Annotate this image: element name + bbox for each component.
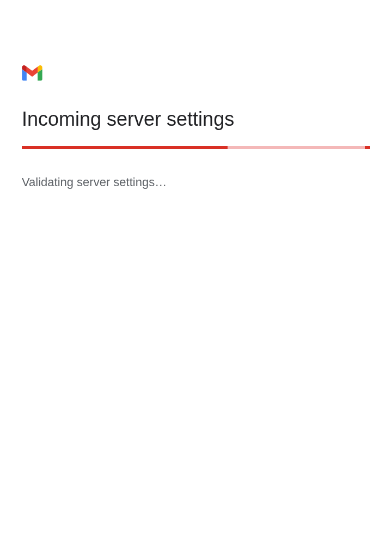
progress-bar-fill — [22, 146, 228, 149]
gmail-logo-container — [22, 65, 370, 81]
page-title: Incoming server settings — [22, 108, 370, 131]
progress-bar — [22, 146, 370, 149]
status-message: Validating server settings… — [22, 175, 370, 189]
progress-bar-end — [365, 146, 370, 149]
gmail-logo-icon — [22, 65, 42, 81]
